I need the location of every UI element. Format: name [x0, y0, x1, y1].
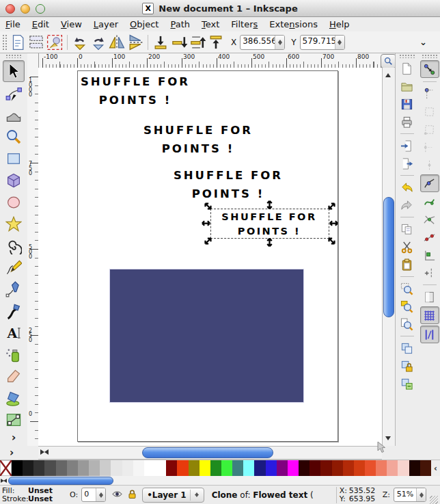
- tool-star[interactable]: [3, 214, 24, 235]
- tool-rectangle[interactable]: [3, 148, 24, 169]
- color-swatch[interactable]: [299, 460, 310, 476]
- color-swatch[interactable]: [243, 460, 254, 476]
- color-swatch[interactable]: [122, 460, 133, 476]
- undo-button[interactable]: [398, 179, 416, 196]
- menu-item[interactable]: Edit: [32, 19, 49, 29]
- y-spinner[interactable]: [335, 36, 344, 49]
- snap-midpoints-button[interactable]: [421, 247, 439, 263]
- tool-calligraphy[interactable]: [3, 301, 24, 321]
- print-button[interactable]: [398, 114, 416, 130]
- layer-updown-spinner[interactable]: [190, 490, 202, 501]
- scroll-right-arrow[interactable]: [38, 447, 49, 457]
- color-swatch[interactable]: [200, 460, 210, 476]
- no-color-swatch[interactable]: [0, 460, 12, 476]
- color-swatch[interactable]: [310, 460, 320, 476]
- scroll-up-arrow[interactable]: [383, 69, 394, 79]
- zoom-button[interactable]: [36, 4, 45, 14]
- zoom-to-page-button[interactable]: [398, 316, 416, 332]
- save-document-button[interactable]: [398, 96, 416, 112]
- snap-bbox-corners-button[interactable]: [421, 121, 439, 137]
- menu-item[interactable]: File: [5, 19, 20, 29]
- color-swatch[interactable]: [12, 460, 23, 476]
- color-swatch[interactable]: [365, 460, 376, 476]
- paste-button[interactable]: [398, 256, 416, 273]
- unlink-clone-button[interactable]: [398, 375, 416, 392]
- color-swatch[interactable]: [332, 460, 343, 476]
- color-swatch[interactable]: [111, 460, 122, 476]
- layer-lock-icon[interactable]: [128, 490, 136, 501]
- menu-item[interactable]: Layer: [94, 19, 118, 29]
- snap-bounding-box-button[interactable]: [421, 85, 439, 102]
- opacity-spinner[interactable]: [96, 488, 105, 501]
- menu-item[interactable]: View: [61, 19, 82, 29]
- color-swatch[interactable]: [210, 460, 221, 476]
- color-swatch[interactable]: [33, 460, 44, 476]
- flip-horizontal-button[interactable]: [108, 34, 126, 51]
- color-swatch[interactable]: [133, 460, 144, 476]
- open-document-button[interactable]: [398, 78, 416, 94]
- color-swatch[interactable]: [100, 460, 111, 476]
- snap-grid-button[interactable]: [420, 306, 439, 324]
- tool-spray[interactable]: [3, 345, 24, 365]
- tool-3d-box[interactable]: [3, 170, 24, 191]
- tool-selector[interactable]: [3, 60, 25, 82]
- color-swatch[interactable]: [144, 460, 155, 476]
- vertical-scrollbar-thumb[interactable]: [383, 197, 394, 317]
- zoom-field[interactable]: 51%: [394, 488, 426, 502]
- rotate-ccw-button[interactable]: [71, 34, 89, 51]
- window-resize-grip[interactable]: [430, 496, 438, 504]
- tool-text[interactable]: A: [3, 323, 24, 343]
- color-swatch[interactable]: [320, 460, 331, 476]
- commands-bar-drag-handle[interactable]: [399, 54, 415, 58]
- snap-bbox-edges-button[interactable]: [421, 103, 439, 120]
- snap-path-intersections-button[interactable]: [421, 211, 439, 228]
- toolbox-drag-handle[interactable]: [5, 54, 22, 58]
- zoom-to-selection-button[interactable]: [398, 280, 416, 297]
- export-button[interactable]: [398, 155, 416, 172]
- horizontal-scrollbar-thumb[interactable]: [142, 447, 273, 458]
- duplicate-button[interactable]: [398, 340, 416, 356]
- deselect-button[interactable]: [46, 34, 64, 51]
- color-swatch[interactable]: [166, 460, 177, 476]
- x-coordinate-field[interactable]: 386.556: [240, 35, 285, 50]
- palette-scrollbar-thumb[interactable]: [8, 477, 113, 485]
- color-swatch[interactable]: [288, 460, 299, 476]
- snap-guides-button[interactable]: [420, 326, 439, 343]
- minimize-button[interactable]: [20, 4, 30, 14]
- create-clone-button[interactable]: [398, 358, 416, 374]
- fill-stroke-indicator[interactable]: Fill: Unset Stroke: Unset: [2, 487, 58, 503]
- current-layer-dropdown[interactable]: •Layer 1: [142, 488, 204, 503]
- tool-zoom[interactable]: [3, 127, 24, 147]
- new-document-button[interactable]: [398, 60, 416, 77]
- vertical-ruler[interactable]: 10007505002500: [27, 53, 39, 446]
- vertical-scrollbar[interactable]: [382, 68, 396, 446]
- color-swatch[interactable]: [189, 460, 200, 476]
- menu-item[interactable]: Text: [202, 19, 219, 29]
- canvas-text-3[interactable]: SHUFFLE FOR POINTS !: [167, 166, 290, 203]
- snap-to-paths-button[interactable]: [421, 194, 439, 210]
- x-spinner[interactable]: [275, 36, 284, 49]
- x-coordinate-value[interactable]: 386.556: [240, 36, 275, 49]
- snap-cusp-nodes-button[interactable]: [421, 229, 439, 246]
- color-swatch[interactable]: [89, 460, 100, 476]
- select-all-button[interactable]: [9, 34, 27, 51]
- lower-to-bottom-button[interactable]: [152, 34, 169, 51]
- opacity-value[interactable]: 0: [82, 488, 96, 501]
- cut-button[interactable]: [398, 239, 416, 255]
- raise-one-step-button[interactable]: [189, 34, 206, 51]
- color-swatch[interactable]: [44, 460, 55, 476]
- scale-handle-bottom[interactable]: [264, 237, 275, 248]
- color-swatch[interactable]: [387, 460, 398, 476]
- toolbar-drag-handle[interactable]: [2, 34, 7, 51]
- color-swatch[interactable]: [343, 460, 354, 476]
- color-swatch[interactable]: [354, 460, 365, 476]
- palette-more-chevron[interactable]: ‹: [431, 460, 440, 476]
- color-swatch[interactable]: [177, 460, 188, 476]
- tool-pencil[interactable]: [3, 257, 24, 278]
- menu-item[interactable]: Object: [130, 19, 159, 29]
- snap-bar-drag-handle[interactable]: [422, 54, 438, 58]
- color-swatch[interactable]: [277, 460, 288, 476]
- color-swatch[interactable]: [409, 460, 420, 476]
- color-swatch[interactable]: [56, 460, 67, 476]
- snap-bbox-centers-button[interactable]: [421, 157, 439, 173]
